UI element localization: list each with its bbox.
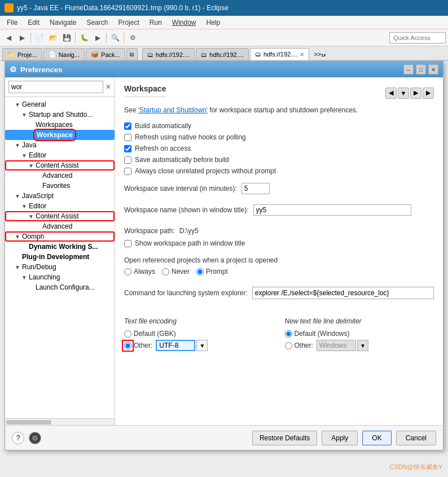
nav-forward-btn[interactable]: ▶ — [410, 87, 421, 99]
save-interval-input[interactable] — [241, 183, 270, 194]
tab-project-label: Proje... — [17, 51, 37, 58]
pref-close-btn[interactable]: ✕ — [428, 64, 438, 75]
toolbar-btn-misc1[interactable]: ⚙ — [126, 32, 139, 44]
tree-oomph[interactable]: ▼ Oomph — [5, 231, 115, 242]
menu-project[interactable]: Project — [113, 17, 143, 28]
enc-default-text: Default (GBK) — [134, 330, 176, 338]
delim-other-label: Other: — [285, 342, 313, 349]
toolbar-btn-run[interactable]: ▶ — [91, 32, 104, 44]
nav-dropdown-btn[interactable]: ▼ — [398, 87, 409, 99]
tree-run-debug[interactable]: ▼ Run/Debug — [5, 262, 115, 272]
tree-js-content-assist[interactable]: ▼ Content Assist — [5, 211, 115, 221]
tree-js-advanced[interactable]: Advanced — [5, 221, 115, 231]
pref-maximize-btn[interactable]: □ — [416, 64, 426, 75]
toolbar-sep-4 — [124, 33, 124, 43]
tab-hdfs3-close[interactable]: ✕ — [300, 51, 304, 58]
toolbar-btn-open[interactable]: 📂 — [47, 32, 59, 44]
tab-panel-restore[interactable]: ⧉ — [126, 48, 138, 60]
tab-hdfs3-icon: 🗂 — [255, 51, 261, 58]
tree-launch-config[interactable]: Launch Configura... — [5, 282, 115, 292]
quick-access-input[interactable] — [389, 32, 446, 43]
tab-hdfs-3[interactable]: 🗂 hdfs://192.... ✕ — [250, 48, 310, 60]
save-interval-label: Workspace save interval (in minutes): — [124, 185, 237, 192]
tree-java-editor[interactable]: ▼ Editor — [5, 150, 115, 160]
tree-javascript[interactable]: ▼ JavaScript — [5, 191, 115, 201]
toolbar-btn-save[interactable]: 💾 — [60, 32, 73, 44]
delim-default-radio[interactable] — [285, 330, 292, 338]
tab-navigate[interactable]: 📄 Navig... — [43, 48, 85, 60]
left-scrollbar[interactable] — [5, 418, 115, 425]
tab-pack[interactable]: 📦 Pack... — [86, 48, 125, 60]
menu-navigate[interactable]: Navigate — [45, 17, 81, 28]
tab-project[interactable]: 📁 Proje... — [2, 48, 42, 60]
apply-btn[interactable]: Apply — [322, 431, 358, 445]
pref-title-left: ⚙ Preferences — [10, 65, 62, 74]
never-radio[interactable] — [162, 268, 169, 275]
prompt-radio[interactable] — [196, 268, 204, 275]
pref-search-clear-btn[interactable]: ✕ — [106, 83, 111, 91]
pref-search-input[interactable] — [8, 81, 103, 93]
build-auto-checkbox[interactable] — [124, 122, 131, 130]
enc-default-radio[interactable] — [124, 330, 131, 338]
menu-edit[interactable]: Edit — [23, 17, 44, 28]
toolbar-btn-debug[interactable]: 🐛 — [78, 32, 90, 44]
encoding-value-input[interactable] — [156, 340, 195, 351]
tree-launching[interactable]: ▼ Launching — [5, 272, 115, 282]
toolbar-btn-2[interactable]: ▶ — [16, 32, 28, 44]
tree-java-content-assist[interactable]: ▼ Content Assist — [5, 160, 115, 170]
scroll-thumb[interactable] — [6, 420, 51, 425]
workspace-name-input[interactable] — [253, 204, 411, 216]
delimiter-value-input[interactable] — [317, 340, 356, 351]
tree-startup[interactable]: ▼ Startup and Shutdo... — [5, 110, 115, 120]
tree-java-label: Java — [22, 141, 36, 149]
tab-hdfs-2[interactable]: 🗂 hdfs://192.... — [196, 48, 249, 60]
nav-back-btn[interactable]: ◀ — [385, 87, 397, 99]
tree-dynamic-working[interactable]: Dynamic Working S... — [5, 242, 115, 252]
tab-hdfs3-label: hdfs://192.... — [263, 51, 298, 58]
startup-shutdown-link[interactable]: 'Startup and Shutdown' — [138, 106, 208, 114]
tab-bar: 📁 Proje... 📄 Navig... 📦 Pack... ⧉ 🗂 hdfs… — [0, 46, 448, 61]
always-label: Always — [134, 268, 155, 275]
tree-js-editor[interactable]: ▼ Editor — [5, 201, 115, 211]
toolbar-btn-1[interactable]: ◀ — [2, 32, 15, 44]
menu-window[interactable]: Window — [168, 17, 201, 28]
delim-other-radio[interactable] — [285, 342, 292, 349]
menu-search[interactable]: Search — [82, 17, 112, 28]
nav-forward2-btn[interactable]: ▶ — [423, 87, 434, 99]
close-unrelated-checkbox[interactable] — [124, 168, 131, 175]
save-before-build-checkbox[interactable] — [124, 156, 131, 164]
toolbar-btn-search[interactable]: 🔍 — [109, 32, 121, 44]
cmd-explorer-input[interactable] — [252, 287, 434, 299]
workspace-name-row: Workspace name (shown in window title): — [124, 204, 434, 216]
eclipse-icon — [5, 3, 14, 12]
tree-workspace[interactable]: Workspace — [5, 130, 115, 140]
menu-file[interactable]: File — [2, 17, 22, 28]
delimiter-select: ▼ — [317, 340, 368, 351]
menu-run[interactable]: Run — [145, 17, 166, 28]
tree-workspaces[interactable]: Workspaces — [5, 120, 115, 130]
toolbar-btn-new[interactable]: 📄 — [33, 32, 46, 44]
always-radio[interactable] — [124, 268, 131, 275]
refresh-native-checkbox[interactable] — [124, 134, 131, 141]
tree-java-advanced[interactable]: Advanced — [5, 170, 115, 181]
restore-defaults-btn[interactable]: Restore Defaults — [252, 431, 317, 445]
workspace-path-value: D:\yy5 — [179, 227, 199, 235]
help-btn[interactable]: ? — [12, 432, 24, 444]
pref-minimize-btn[interactable]: – — [403, 64, 414, 75]
tree-general[interactable]: ▼ General — [5, 99, 115, 110]
menu-help[interactable]: Help — [202, 17, 225, 28]
tab-overflow[interactable]: >>₁₃ — [310, 48, 329, 60]
enc-other-radio[interactable] — [124, 342, 131, 349]
refresh-access-checkbox[interactable] — [124, 145, 131, 152]
encoding-dropdown-btn[interactable]: ▼ — [196, 340, 208, 351]
cancel-btn[interactable]: Cancel — [396, 431, 436, 445]
cmd-explorer-row: Command for launching system explorer: — [124, 287, 434, 299]
tree-java[interactable]: ▼ Java — [5, 140, 115, 150]
delimiter-dropdown-btn[interactable]: ▼ — [357, 340, 368, 351]
tab-hdfs-1[interactable]: 🗂 hdfs://192.... — [142, 48, 195, 60]
show-path-checkbox[interactable] — [124, 240, 131, 247]
help-btn-2[interactable]: ⊙ — [29, 432, 41, 444]
tree-java-favorites[interactable]: Favorites — [5, 181, 115, 191]
tree-plugin-dev[interactable]: Plug-in Development — [5, 252, 115, 262]
ok-btn[interactable]: OK — [362, 431, 391, 445]
